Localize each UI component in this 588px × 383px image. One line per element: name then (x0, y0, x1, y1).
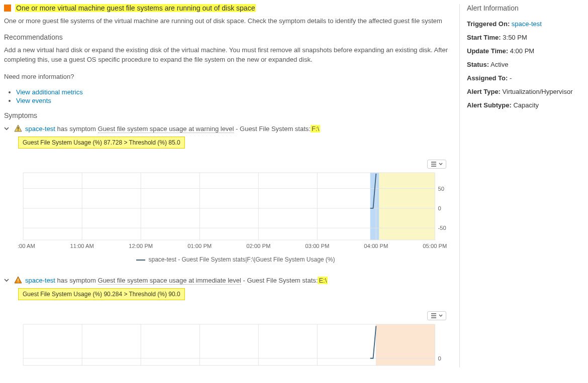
svg-text:02:00 PM: 02:00 PM (246, 243, 270, 249)
svg-text:10:00 AM: 10:00 AM (18, 243, 35, 249)
svg-text:01:00 PM: 01:00 PM (187, 243, 212, 249)
triggered-on-row: Triggered On: space-test (467, 20, 584, 28)
symptom-1-toggle[interactable] (4, 126, 9, 131)
svg-rect-32 (18, 282, 18, 282)
svg-rect-1 (18, 130, 18, 131)
svg-rect-36 (376, 324, 435, 365)
svg-rect-5 (379, 173, 435, 240)
svg-rect-0 (18, 127, 18, 130)
start-time-row: Start Time: 3:50 PM (467, 34, 584, 41)
alert-severity-icon (4, 5, 11, 12)
svg-text:50: 50 (438, 186, 444, 192)
symptom-2-toggle[interactable] (4, 278, 9, 283)
symptom-2-entity-link[interactable]: space-test (25, 277, 55, 284)
symptom-1-metric-pill: Guest File System Usage (%) 87.728 > Thr… (18, 137, 185, 149)
alert-info-heading: Alert Information (467, 4, 584, 12)
symptoms-heading: Symptoms (4, 111, 453, 119)
chevron-down-icon (439, 314, 443, 318)
svg-text:0: 0 (438, 355, 441, 361)
more-info-question: Need more information? (4, 72, 453, 82)
svg-text:03:00 PM: 03:00 PM (305, 243, 329, 249)
triggered-on-link[interactable]: space-test (512, 20, 542, 28)
link-view-additional-metrics[interactable]: View additional metrics (16, 88, 83, 96)
svg-rect-6 (370, 173, 379, 240)
alert-subtype-row: Alert Subtype: Capacity (467, 101, 584, 109)
hamburger-icon (431, 313, 437, 318)
svg-text:0: 0 (438, 205, 441, 211)
symptom-2-metric-pill: Guest File System Usage (%) 90.284 > Thr… (18, 288, 185, 300)
symptom-1-chart[interactable]: -5005010:00 AM11:00 AM12:00 PM01:00 PM02… (18, 171, 453, 251)
chart-2-menu-button[interactable] (427, 311, 446, 320)
update-time-row: Update Time: 4:00 PM (467, 47, 584, 55)
symptom-1-text: space-test has symptom Guest file system… (25, 125, 320, 133)
alert-description: One or more guest file systems of the vi… (4, 16, 453, 26)
symptom-1-legend: space-test - Guest File System stats|F:\… (18, 256, 453, 263)
svg-rect-31 (18, 279, 18, 281)
chart-1-menu-button[interactable] (427, 160, 446, 169)
alert-type-row: Alert Type: Virtualization/Hypervisor (467, 88, 584, 95)
symptom-2-chart[interactable]: 0 (18, 322, 453, 367)
status-row: Status: Active (467, 61, 584, 68)
hamburger-icon (431, 162, 437, 167)
link-view-events[interactable]: View events (16, 97, 51, 104)
svg-text:12:00 PM: 12:00 PM (129, 243, 153, 249)
chevron-down-icon (439, 162, 443, 166)
alert-title: One or more virtual machine guest file s… (15, 4, 256, 12)
symptom-2-text: space-test has symptom Guest file system… (25, 277, 328, 284)
svg-text:05:00 PM: 05:00 PM (423, 243, 447, 249)
symptom-1-entity-link[interactable]: space-test (25, 125, 55, 133)
svg-text:04:00 PM: 04:00 PM (364, 243, 388, 249)
recommendations-heading: Recommendations (4, 33, 453, 41)
warning-icon (14, 124, 22, 133)
assigned-to-row: Assigned To: - (467, 74, 584, 82)
svg-text:11:00 AM: 11:00 AM (70, 243, 94, 249)
recommendations-body: Add a new virtual hard disk or expand th… (4, 45, 453, 65)
svg-text:-50: -50 (438, 225, 446, 231)
warning-icon (14, 276, 22, 284)
